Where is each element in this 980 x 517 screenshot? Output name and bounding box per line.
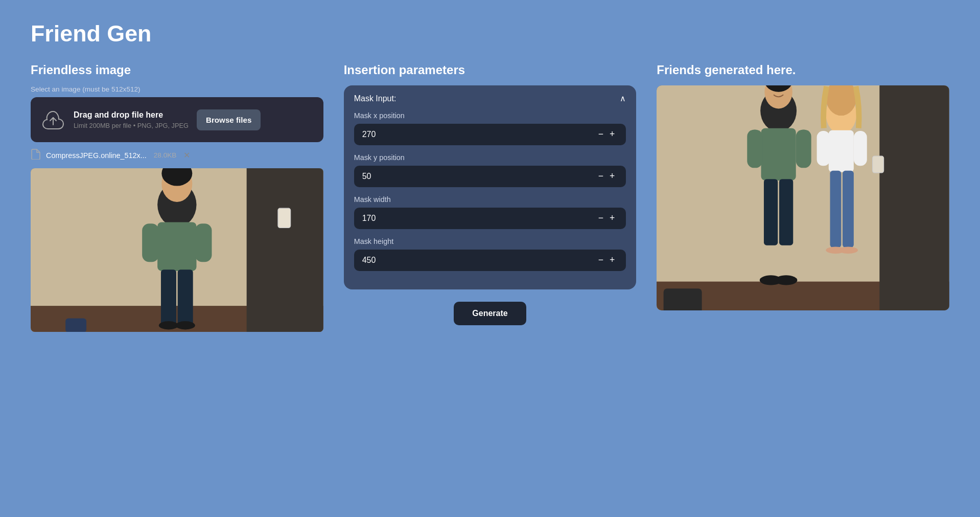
svg-point-14 (176, 321, 195, 329)
upload-text: Drag and drop file here Limit 200MB per … (74, 110, 189, 129)
svg-rect-8 (157, 222, 196, 271)
param-minus-3[interactable]: − (595, 256, 606, 265)
param-label-0: Mask x position (354, 111, 626, 120)
svg-rect-19 (880, 85, 949, 310)
generate-button[interactable]: Generate (454, 302, 526, 325)
file-info: CompressJPEG.online_512x... 28.0KB ✕ (31, 148, 323, 162)
param-value-1: 50 (362, 172, 595, 181)
param-control-2: 170 − + (354, 208, 626, 229)
right-section-title: Friends generated here. (657, 63, 949, 77)
file-icon (31, 148, 41, 162)
svg-rect-11 (161, 269, 176, 325)
svg-rect-39 (664, 288, 702, 310)
param-label-1: Mask y position (354, 153, 626, 162)
middle-column: Insertion parameters Mask Input: ∧ Mask … (344, 63, 637, 325)
param-value-2: 170 (362, 214, 595, 223)
param-control-0: 270 − + (354, 124, 626, 145)
svg-rect-16 (65, 319, 86, 332)
svg-rect-10 (195, 223, 212, 262)
param-control-1: 50 − + (354, 166, 626, 187)
upload-box: Drag and drop file here Limit 200MB per … (31, 97, 323, 142)
params-header: Mask Input: ∧ (344, 85, 637, 111)
middle-section-title: Insertion parameters (344, 63, 637, 77)
param-group-2: Mask width 170 − + (354, 195, 626, 229)
params-body: Mask x position 270 − + Mask y position … (344, 111, 637, 289)
left-section-title: Friendless image (31, 63, 323, 77)
svg-rect-4 (247, 168, 323, 332)
param-minus-1[interactable]: − (595, 172, 606, 181)
svg-rect-12 (178, 269, 193, 325)
param-plus-2[interactable]: + (606, 214, 618, 223)
drag-text: Drag and drop file here (74, 110, 189, 120)
param-plus-1[interactable]: + (606, 172, 618, 181)
svg-rect-32 (829, 130, 854, 172)
limit-text: Limit 200MB per file • PNG, JPG, JPEG (74, 122, 189, 129)
param-plus-3[interactable]: + (606, 256, 618, 265)
hint-text: Select an image (must be 512x512) (31, 85, 323, 93)
param-plus-0[interactable]: + (606, 130, 618, 139)
svg-rect-23 (761, 128, 796, 181)
upload-icon (41, 107, 65, 132)
svg-rect-24 (748, 129, 763, 168)
svg-rect-35 (830, 171, 842, 248)
svg-point-13 (159, 321, 178, 329)
svg-point-38 (838, 246, 858, 254)
param-value-0: 270 (362, 130, 595, 139)
svg-rect-27 (779, 179, 793, 245)
file-name: CompressJPEG.online_512x... (46, 151, 147, 160)
param-value-3: 450 (362, 256, 595, 265)
output-image (657, 85, 949, 310)
svg-point-29 (775, 275, 798, 285)
preview-image (31, 168, 323, 332)
svg-rect-26 (764, 179, 778, 245)
right-column: Friends generated here. (657, 63, 949, 310)
param-group-1: Mask y position 50 − + (354, 153, 626, 187)
svg-rect-33 (817, 131, 830, 166)
params-box: Mask Input: ∧ Mask x position 270 − + Ma… (344, 85, 637, 289)
remove-file-button[interactable]: ✕ (183, 150, 190, 160)
svg-rect-25 (796, 129, 811, 168)
mask-label: Mask Input: (354, 94, 396, 103)
svg-rect-41 (873, 156, 884, 173)
param-group-3: Mask height 450 − + (354, 237, 626, 271)
app-title: Friend Gen (31, 20, 949, 47)
chevron-up-icon[interactable]: ∧ (620, 94, 626, 103)
svg-rect-15 (278, 208, 291, 228)
param-group-0: Mask x position 270 − + (354, 111, 626, 145)
svg-rect-34 (854, 131, 867, 166)
svg-rect-36 (843, 171, 854, 248)
param-label-2: Mask width (354, 195, 626, 204)
browse-files-button[interactable]: Browse files (197, 109, 261, 130)
left-column: Friendless image Select an image (must b… (31, 63, 323, 332)
main-layout: Friendless image Select an image (must b… (31, 63, 949, 332)
generate-btn-wrap: Generate (344, 302, 637, 325)
file-size: 28.0KB (154, 151, 177, 159)
param-label-3: Mask height (354, 237, 626, 245)
param-minus-0[interactable]: − (595, 130, 606, 139)
param-minus-2[interactable]: − (595, 214, 606, 223)
param-control-3: 450 − + (354, 250, 626, 271)
svg-rect-9 (142, 223, 159, 262)
